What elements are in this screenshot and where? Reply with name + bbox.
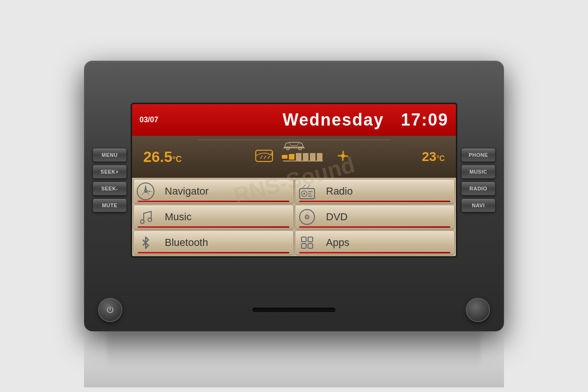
svg-rect-26 [301,244,306,248]
apps-label: Apps [326,237,455,249]
header-date: 03/07 [140,116,158,124]
device-bottom [89,294,499,322]
seek-plus-button[interactable]: SEEK+ [92,165,127,179]
side-buttons-right: PHONE MUSIC RADIO NAVI [457,146,499,215]
navigator-icon [134,180,157,203]
navigator-button[interactable]: Navigator [133,179,294,203]
bluetooth-button[interactable]: Bluetooth [133,231,294,255]
dvd-icon [295,205,319,229]
dvd-button[interactable]: DVD [295,205,455,229]
svg-rect-2 [256,150,273,161]
side-buttons-left: MENU SEEK+ SEEK- MUTE [89,146,131,215]
screen-header: 03/07 Wednesday 17:09 [132,104,456,136]
svg-rect-8 [317,153,322,161]
device-outer: MENU SEEK+ SEEK- MUTE RNS-Sound 03/07 We… [84,61,504,331]
bluetooth-icon [134,231,157,254]
header-datetime: Wednesday 17:09 [283,110,449,130]
svg-rect-4 [289,154,294,160]
music-hw-button[interactable]: MUSIC [461,165,496,179]
svg-rect-27 [308,244,313,248]
seek-minus-button[interactable]: SEEK- [92,182,127,196]
temp-right: 23°C [422,149,445,164]
radio-label: Radio [326,185,455,197]
svg-rect-17 [308,193,311,195]
svg-rect-7 [310,153,315,161]
svg-rect-3 [282,155,287,159]
radio-button[interactable]: Radio [295,179,455,203]
menu-button[interactable]: MENU [92,148,127,162]
svg-rect-25 [308,237,313,242]
dvd-label: DVD [326,211,455,223]
climate-bar: 26.5°C [132,136,456,178]
svg-point-15 [303,193,305,195]
svg-point-1 [299,147,301,150]
power-button[interactable] [98,298,122,322]
music-button[interactable]: Music [133,205,294,229]
music-icon [134,205,157,229]
device-body: MENU SEEK+ SEEK- MUTE RNS-Sound 03/07 We… [84,61,504,331]
svg-rect-5 [296,153,301,161]
svg-point-0 [287,147,289,150]
svg-rect-16 [308,191,313,192]
temp-left: 26.5°C [143,148,182,166]
fan-icon [336,149,350,165]
radio-hw-button[interactable]: RADIO [461,182,496,196]
heat-icon [254,147,274,168]
navi-button[interactable]: NAVI [461,198,496,212]
svg-rect-9 [283,161,323,161]
bluetooth-label: Bluetooth [165,237,293,249]
apps-icon [295,231,319,254]
navigator-label: Navigator [165,185,293,197]
svg-rect-18 [308,196,312,197]
mute-button[interactable]: MUTE [92,198,127,212]
music-label: Music [165,211,293,223]
radio-icon [295,180,319,203]
car-icon [282,140,306,153]
device-top: MENU SEEK+ SEEK- MUTE RNS-Sound 03/07 We… [89,66,499,294]
apps-button[interactable]: Apps [295,231,455,255]
menu-grid: Navigator [132,178,456,256]
volume-knob[interactable] [466,298,490,322]
svg-rect-6 [303,153,308,161]
cd-slot [252,307,336,313]
phone-button[interactable]: PHONE [461,148,496,162]
fan-speed [282,152,329,161]
svg-rect-24 [301,237,306,242]
screen: RNS-Sound 03/07 Wednesday 17:09 [131,103,457,258]
